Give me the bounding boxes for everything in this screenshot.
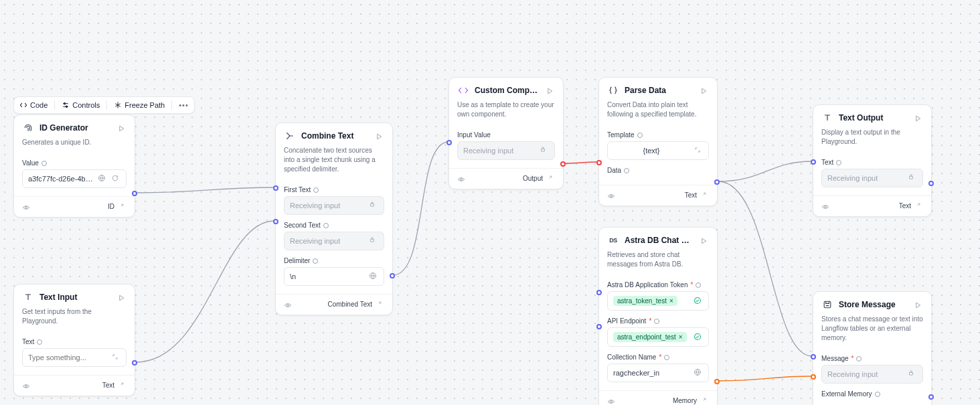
second-text-input[interactable]: Receiving input xyxy=(284,232,384,250)
play-icon[interactable] xyxy=(117,123,127,133)
refresh-icon[interactable] xyxy=(111,174,120,183)
play-icon[interactable] xyxy=(375,131,384,141)
play-icon[interactable] xyxy=(546,86,555,95)
text-output-input[interactable]: Receiving input xyxy=(821,169,923,187)
expand-icon[interactable] xyxy=(111,353,120,362)
eye-icon[interactable] xyxy=(607,191,615,199)
lock-icon xyxy=(369,236,378,246)
play-icon[interactable] xyxy=(914,300,923,309)
field-label: Input Value xyxy=(457,131,491,139)
toolbar-separator xyxy=(54,100,55,110)
eye-icon[interactable] xyxy=(22,381,30,389)
node-description: Get text inputs from the Playground. xyxy=(14,307,135,331)
node-id-generator[interactable]: ID Generator Generates a unique ID. Valu… xyxy=(13,114,135,218)
eye-icon[interactable] xyxy=(607,396,615,404)
collection-input[interactable]: ragchecker_in xyxy=(607,363,709,382)
braces-icon xyxy=(607,84,619,96)
delimiter-input[interactable]: \n xyxy=(284,267,384,286)
output-port-id[interactable] xyxy=(132,191,137,196)
node-title: Text Output xyxy=(839,113,908,123)
first-text-input[interactable]: Receiving input xyxy=(284,196,384,215)
input-port-text[interactable] xyxy=(811,159,816,165)
node-astra-db-memory[interactable]: DS Astra DB Chat Memory Retrieves and st… xyxy=(598,227,718,405)
link-icon xyxy=(547,174,555,182)
node-combine-text[interactable]: Combine Text Concatenate two text source… xyxy=(275,123,393,315)
expand-icon[interactable] xyxy=(693,146,703,155)
info-icon xyxy=(875,392,880,397)
endpoint-input[interactable]: astra_endpoint_test× xyxy=(607,327,709,347)
template-input[interactable]: {text} xyxy=(607,141,709,160)
field-label: Text xyxy=(22,338,34,345)
eye-icon[interactable] xyxy=(457,174,465,182)
svg-point-3 xyxy=(25,207,27,209)
output-label: ID xyxy=(108,203,114,210)
output-port-text[interactable] xyxy=(928,181,934,186)
input-port-token[interactable] xyxy=(596,290,602,295)
datastax-icon: DS xyxy=(607,234,619,246)
toolbar-freeze[interactable]: Freeze Path xyxy=(114,101,165,109)
fingerprint-icon xyxy=(22,122,34,134)
text-input-field[interactable] xyxy=(22,348,127,367)
output-label: Combined Text xyxy=(327,301,372,308)
svg-rect-12 xyxy=(910,176,913,179)
node-text-input[interactable]: Text Input Get text inputs from the Play… xyxy=(13,284,135,396)
node-title: Store Message xyxy=(839,300,908,309)
input-port-first[interactable] xyxy=(273,185,278,191)
field-label: Data xyxy=(607,167,621,174)
output-label: Memory xyxy=(673,397,697,404)
text-input[interactable] xyxy=(28,353,107,361)
message-input[interactable]: Receiving input xyxy=(821,365,923,384)
play-icon[interactable] xyxy=(700,86,709,95)
output-port-output[interactable] xyxy=(560,161,566,167)
eye-icon[interactable] xyxy=(821,201,829,210)
required-marker: * xyxy=(851,355,854,362)
remove-chip-icon[interactable]: × xyxy=(669,297,673,305)
input-port-external-memory[interactable] xyxy=(811,374,816,380)
output-port-stored-messages[interactable] xyxy=(928,394,934,400)
node-title: Parse Data xyxy=(625,86,694,95)
component-icon xyxy=(457,84,469,96)
link-icon xyxy=(376,300,384,308)
info-icon xyxy=(664,355,669,360)
toolbar-freeze-label: Freeze Path xyxy=(125,101,165,109)
input-port-input-value[interactable] xyxy=(446,140,452,145)
node-custom-component[interactable]: Custom Component Use as a template to cr… xyxy=(448,77,564,189)
info-icon xyxy=(856,356,862,361)
input-port-data[interactable] xyxy=(596,160,602,165)
eye-icon[interactable] xyxy=(284,300,292,308)
node-store-message[interactable]: Store Message Stores a chat message or t… xyxy=(813,291,932,405)
play-icon[interactable] xyxy=(117,293,127,302)
field-label: Text xyxy=(821,159,833,166)
node-parse-data[interactable]: Parse Data Convert Data into plain text … xyxy=(598,77,718,206)
token-input[interactable]: astra_token_test× xyxy=(607,291,709,311)
input-port-message[interactable] xyxy=(811,354,816,359)
globe-check-icon xyxy=(693,333,703,342)
value-input[interactable]: a3fc77fc-d26e-4b05-9cd2-bd... xyxy=(22,169,127,188)
output-port-memory[interactable] xyxy=(714,379,720,384)
input-value-field[interactable]: Receiving input xyxy=(457,141,555,160)
toolbar-code[interactable]: Code xyxy=(19,101,48,109)
svg-point-4 xyxy=(25,386,27,388)
receiving-label: Receiving input xyxy=(827,370,878,378)
play-icon[interactable] xyxy=(700,236,709,245)
eye-icon[interactable] xyxy=(22,202,30,210)
toolbar-code-label: Code xyxy=(30,101,48,109)
token-chip[interactable]: astra_token_test× xyxy=(613,296,677,306)
output-port-text[interactable] xyxy=(132,360,137,366)
node-text-output[interactable]: Text Output Display a text output in the… xyxy=(813,104,932,217)
input-port-endpoint[interactable] xyxy=(596,324,602,329)
toolbar-separator xyxy=(106,100,107,110)
snowflake-icon xyxy=(114,101,122,109)
output-port-combined[interactable] xyxy=(390,273,395,278)
remove-chip-icon[interactable]: × xyxy=(679,333,683,341)
toolbar-controls[interactable]: Controls xyxy=(62,101,100,109)
play-icon[interactable] xyxy=(914,113,923,123)
output-label: Text xyxy=(102,382,114,389)
node-description: Use as a template to create your own com… xyxy=(449,100,563,125)
input-port-second[interactable] xyxy=(273,219,278,224)
output-port-text[interactable] xyxy=(714,179,720,185)
endpoint-chip[interactable]: astra_endpoint_test× xyxy=(613,332,687,342)
toolbar-more[interactable]: ••• xyxy=(179,101,189,109)
svg-rect-9 xyxy=(542,149,545,151)
svg-rect-19 xyxy=(910,372,913,375)
